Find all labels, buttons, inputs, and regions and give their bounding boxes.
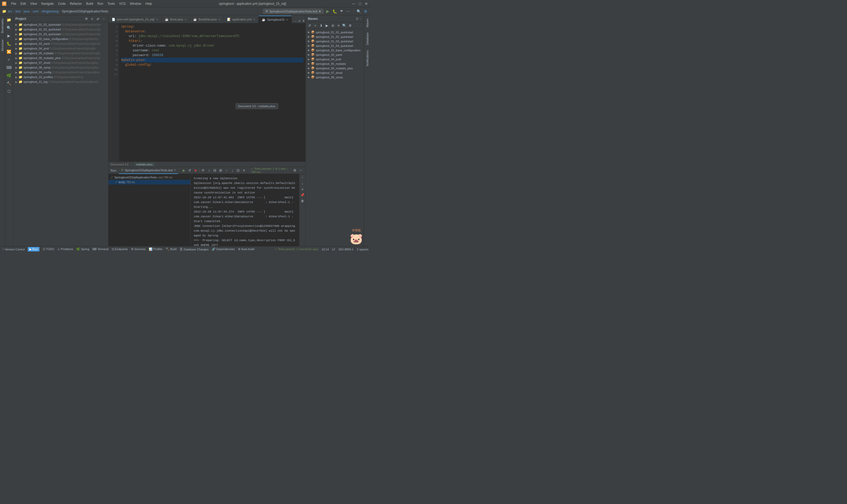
run-output[interactable]: Creating a new SqlSession SqlSession [or…: [191, 174, 299, 246]
tree-item-01-03[interactable]: ▶ 📁 springboot_01_03_quickstart D:\DingJ…: [13, 32, 108, 37]
maven-refresh-btn[interactable]: ↺: [307, 23, 312, 28]
status-charset[interactable]: ISO-8859-1: [339, 248, 354, 251]
maven-add-btn[interactable]: +: [312, 23, 318, 28]
coverage-button[interactable]: ☂: [339, 8, 344, 14]
code-content[interactable]: spring: datasource: url: jdbc:mysql://lo…: [119, 23, 305, 161]
maven-item-05-mybatis[interactable]: ▶ 📦 springboot_05_mybatis: [306, 61, 364, 66]
menu-navigate[interactable]: Navigate: [40, 1, 55, 6]
run-icon[interactable]: ▶: [5, 32, 13, 39]
maven-settings2-btn[interactable]: ⚙: [347, 23, 353, 28]
maven-minimize-icon[interactable]: −: [360, 17, 362, 21]
menu-code[interactable]: Code: [56, 1, 67, 6]
tab-expand[interactable]: ⬆: [302, 19, 305, 23]
tab-bookdao-java-close[interactable]: ✕: [218, 18, 220, 21]
status-terminal[interactable]: ⌨ Terminal: [92, 248, 108, 251]
breadcrumb-test[interactable]: test: [15, 10, 20, 13]
menu-vcs[interactable]: VCS: [118, 1, 127, 6]
tree-item-11-log[interactable]: ▶ 📁 springboot_11_log D:\DingJiaxiong\Id…: [13, 79, 108, 84]
maven-item-04-junit[interactable]: ▶ 📦 springboot_04_junit: [306, 57, 364, 61]
tab-pom-xml-close[interactable]: ✕: [156, 18, 158, 21]
run-tree-root[interactable]: ✓ Springboot15SqlApplicationTests com 78…: [109, 175, 190, 180]
bookmarks-label[interactable]: Bookmarks: [0, 15, 4, 36]
menu-tools[interactable]: Tools: [106, 1, 116, 6]
tab-book-java-close[interactable]: ✕: [184, 18, 186, 21]
tab-bookdao-java[interactable]: ☕ BookDao.java ✕: [190, 16, 224, 23]
maven-item-03-yaml[interactable]: ▶ 📦 springboot_03_yaml: [306, 52, 364, 57]
maven-run-btn[interactable]: ▶: [324, 23, 329, 28]
maven-item-08-ssmp[interactable]: ▶ 📦 springboot_08_ssmp: [306, 75, 364, 79]
project-close-icon[interactable]: −: [102, 16, 106, 21]
settings-button[interactable]: ⚙: [363, 8, 368, 14]
run-panel-settings[interactable]: ⚙: [292, 168, 298, 173]
maven-item-01-03[interactable]: ▶ 📦 springboot_01_03_quickstart: [306, 39, 364, 43]
menu-build[interactable]: Build: [85, 1, 95, 6]
menu-help[interactable]: Help: [144, 1, 154, 6]
maven-settings-icon[interactable]: ⚙: [356, 17, 359, 21]
debug-button[interactable]: 🐛: [332, 8, 338, 14]
debug-icon[interactable]: 🐛: [5, 40, 13, 47]
tab-application-yml-close[interactable]: ✕: [253, 18, 255, 21]
status-problems[interactable]: ⚠ Problems: [57, 248, 73, 251]
database-vertical-label[interactable]: Database: [365, 31, 370, 47]
tab-springboot15-close[interactable]: ✕: [286, 18, 288, 21]
run-tab-close[interactable]: ✕: [174, 168, 176, 172]
status-indent[interactable]: 2 spaces: [357, 248, 368, 251]
status-version-control[interactable]: ⑂ Version Control: [2, 248, 24, 251]
maximize-button[interactable]: □: [358, 2, 362, 6]
maven-search-btn[interactable]: 🔍: [342, 23, 347, 28]
maven-vertical-label[interactable]: Maven: [365, 16, 370, 30]
tree-item-09-config[interactable]: ▶ 📁 springboot_09_config D:\DingJiaxiong…: [13, 70, 108, 75]
status-endpoints[interactable]: ⊡ Endpoints: [112, 248, 128, 251]
tab-springboot15[interactable]: ☕ Springboot15 ✕: [258, 16, 291, 23]
tree-item-04-junit[interactable]: ▶ 📁 springboot_04_junit D:\DingJiaxiong\…: [13, 46, 108, 51]
run-configuration[interactable]: ⚙ Springboot15SqlApplicationTests.test ▼: [263, 9, 324, 14]
git-icon[interactable]: 🔀: [5, 48, 13, 55]
menu-run[interactable]: Run: [96, 1, 105, 6]
close-button[interactable]: ✕: [364, 2, 368, 6]
maven-item-01-02[interactable]: ▶ 📦 springboot_01_02_quickstart: [306, 34, 364, 39]
run-pin[interactable]: 📌: [300, 193, 305, 198]
project-settings-icon[interactable]: ⚙: [84, 16, 89, 21]
tree-item-07-druid[interactable]: ▶ 📁 springboot_07_druid D:\DingJiaxiong\…: [13, 60, 108, 65]
minimize-button[interactable]: ─: [352, 2, 356, 6]
status-db-changes[interactable]: 🗄 Database Changes: [180, 248, 208, 251]
run-button[interactable]: ▶: [325, 8, 330, 14]
menu-refactor[interactable]: Refactor: [68, 1, 84, 6]
menu-edit[interactable]: Edit: [19, 1, 28, 6]
maven-toggle-btn[interactable]: ≡: [336, 23, 341, 28]
maven-item-02-base[interactable]: ▶ 📦 springboot_02_base_configuration: [306, 48, 364, 52]
status-auto-build[interactable]: ⚙ Auto-build: [238, 248, 254, 251]
status-profiler[interactable]: 📊 Profiler: [149, 248, 163, 251]
maven-item-01-04[interactable]: ▶ 📦 springboot_01_04_quickstart: [306, 43, 364, 48]
status-build[interactable]: 🔨 Build: [166, 248, 177, 251]
breadcrumb-dingjiaxiong[interactable]: dingjiaxiong: [42, 10, 58, 13]
maven-item-06-mybatis-plus[interactable]: ▶ 📦 springboot_06_mybatis_plus: [306, 66, 364, 70]
breadcrumb-java[interactable]: java: [23, 10, 30, 13]
maven-download-btn[interactable]: ⬇: [319, 23, 324, 28]
tree-item-10-profiles[interactable]: ▶ 📁 springboot_10_profiles D:\DingJiaxio…: [13, 75, 108, 79]
filter-button[interactable]: ⊟: [212, 168, 218, 173]
status-dependencies[interactable]: 🔗 Dependencies: [212, 248, 235, 251]
run-tree-child[interactable]: ✓ test() 789 ms: [109, 180, 190, 184]
next-button[interactable]: ↓: [230, 168, 235, 173]
build-icon[interactable]: 🔨: [5, 80, 13, 87]
more-run-button[interactable]: ⋯: [345, 8, 351, 14]
rerun-button[interactable]: ▶: [181, 168, 186, 173]
maven-skip-btn[interactable]: ⊘: [330, 23, 335, 28]
maven-item-01-01[interactable]: ▶ 📦 springboot_01_01_quickstart: [306, 30, 364, 34]
rerun-failed-button[interactable]: ↺: [187, 168, 193, 173]
stop-button[interactable]: ■: [193, 168, 198, 173]
tree-item-06-mybatis-plus[interactable]: ▶ 📁 springboot_06_mybatis_plus D:\DingJi…: [13, 56, 108, 60]
export-button[interactable]: ⊡: [236, 168, 241, 173]
find-icon[interactable]: 🔍: [5, 24, 13, 31]
run-panel-minimize[interactable]: −: [298, 168, 303, 173]
breadcrumb-src[interactable]: src: [8, 10, 12, 13]
run-tab-active[interactable]: ⚙ Springboot15SqlApplicationTests.test ✕: [119, 167, 178, 174]
tree-item-08-ssmp[interactable]: ▶ 📁 springboot_08_ssmp D:\DingJiaxiong\I…: [13, 65, 108, 70]
sort-button[interactable]: ↕: [206, 168, 212, 173]
project-expand-icon[interactable]: ⇄: [95, 16, 100, 21]
tree-item-01-01[interactable]: ▶ 📁 springboot_01_01_quickstart D:\DingJ…: [13, 22, 108, 27]
structure-label[interactable]: Structure: [0, 36, 4, 55]
run-clear[interactable]: ≡: [300, 186, 305, 192]
project-layout-icon[interactable]: ≡: [90, 16, 94, 21]
